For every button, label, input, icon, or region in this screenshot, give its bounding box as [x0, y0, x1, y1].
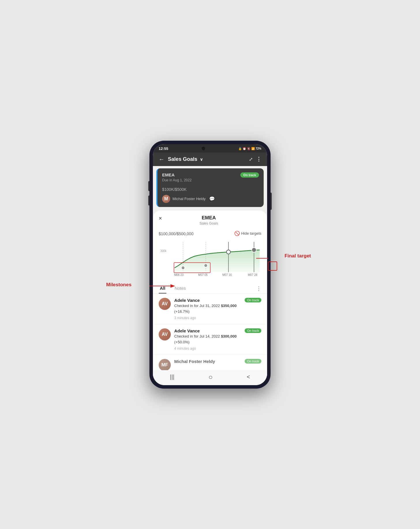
chart-container: 300k [158, 239, 262, 279]
mute-icon: 🔇 [247, 147, 250, 150]
status-bar: 12:55 🔒 ⏰ 🔇 📶 72% [153, 144, 267, 153]
activity-percent: (+16.7%) [174, 309, 261, 314]
activity-content: Michal Foster Heldy On track [174, 359, 261, 364]
svg-text:M07 28: M07 28 [248, 273, 257, 276]
wifi-icon: 📶 [251, 147, 255, 150]
nav-title: Sales Goals ∨ [168, 156, 245, 162]
current-amount: $100,000/$500,000 [159, 230, 194, 237]
phone-frame: 12:55 🔒 ⏰ 🔇 📶 72% ← Sales Goals ∨ ⤢ [149, 141, 271, 389]
amount-row: $100,000/$500,000 🚫 Hide targets [153, 228, 267, 239]
chart-svg: 300k [158, 239, 262, 279]
activity-header: Michal Foster Heldy On track [174, 359, 261, 364]
sheet-subtitle: Sales Goals [162, 221, 256, 225]
home-button[interactable]: ○ [209, 373, 213, 381]
chevron-down-icon[interactable]: ∨ [200, 157, 203, 162]
activity-description: Checked in for Jul 31, 2022 $350,000 [174, 303, 261, 308]
camera-notch [202, 147, 205, 150]
owner-avatar: M [162, 195, 170, 203]
tabs-row: All Notes ⋮ [153, 282, 267, 294]
hide-targets-button[interactable]: 🚫 Hide targets [234, 231, 261, 236]
chat-icon[interactable]: 💬 [209, 196, 215, 202]
activity-header: Adele Vance On track [174, 298, 261, 303]
status-badge: On track [245, 328, 261, 333]
expand-icon[interactable]: ⤢ [249, 157, 253, 162]
activity-item: MF Michal Foster Heldy On track [153, 355, 267, 370]
svg-text:M07 16: M07 16 [222, 273, 232, 276]
activity-percent: (+50.0%) [174, 340, 261, 345]
recent-apps-button[interactable]: ||| [170, 374, 175, 380]
power-button [271, 193, 272, 210]
activity-content: Adele Vance On track Checked in for Jul … [174, 298, 261, 320]
status-icons: 🔒 ⏰ 🔇 📶 72% [238, 147, 261, 150]
svg-text:300k: 300k [160, 249, 166, 252]
status-badge: On track [245, 359, 261, 364]
goal-name: EMEA [162, 172, 175, 177]
activity-name: Adele Vance [174, 298, 200, 303]
volume-up-button [148, 181, 149, 191]
goal-card: EMEA On track Due in Aug 1, 2022 $100K/$… [156, 168, 264, 207]
svg-text:M07 05: M07 05 [198, 273, 208, 276]
goal-amount: $100K/$500K [162, 185, 259, 193]
activity-feed: AV Adele Vance On track Checked in for J… [153, 294, 267, 370]
svg-point-8 [252, 248, 256, 252]
top-nav: ← Sales Goals ∨ ⤢ ⋮ [153, 153, 267, 166]
tabs-more-icon[interactable]: ⋮ [256, 285, 261, 292]
chart-area: 300k [153, 239, 267, 282]
avatar: AV [159, 328, 171, 340]
activity-item: AV Adele Vance On track Checked in for J… [153, 324, 267, 355]
activity-time: 3 minutes ago [174, 316, 261, 320]
sheet-title: EMEA [162, 215, 256, 221]
sheet-header: × EMEA Sales Goals [153, 210, 267, 228]
svg-point-6 [204, 264, 207, 267]
tab-all[interactable]: All [159, 284, 166, 293]
activity-item: AV Adele Vance On track Checked in for J… [153, 294, 267, 324]
activity-name: Adele Vance [174, 328, 200, 333]
close-button[interactable]: × [159, 215, 162, 222]
goal-due-date: Due in Aug 1, 2022 [162, 178, 259, 182]
lock-icon: 🔒 [238, 147, 242, 150]
avatar: MF [159, 359, 171, 370]
final-target-label: Final target [284, 253, 311, 259]
status-time: 12:55 [159, 146, 168, 151]
more-menu-icon[interactable]: ⋮ [256, 156, 261, 162]
detail-sheet: × EMEA Sales Goals $100,000/$500,000 🚫 H… [153, 210, 267, 385]
back-button-nav[interactable]: < [247, 374, 250, 380]
eye-slash-icon: 🚫 [234, 231, 240, 236]
tab-notes[interactable]: Notes [173, 284, 187, 293]
back-button[interactable]: ← [159, 156, 164, 163]
activity-time: 4 minutes ago [174, 347, 261, 351]
milestones-label: Milestones [106, 282, 132, 288]
svg-point-5 [181, 266, 185, 270]
activity-description: Checked in for Jul 14, 2022 $300,000 [174, 334, 261, 339]
owner-name: Michal Foster Heldy [172, 197, 206, 201]
bottom-nav: ||| ○ < [153, 370, 267, 385]
volume-down-button [148, 195, 149, 206]
status-badge: On track [245, 298, 261, 302]
svg-text:M06 23: M06 23 [174, 273, 183, 276]
activity-content: Adele Vance On track Checked in for Jul … [174, 328, 261, 351]
battery-text: 72% [256, 147, 261, 150]
activity-name: Michal Foster Heldy [174, 359, 215, 364]
alarm-icon: ⏰ [243, 147, 246, 150]
goal-status-badge: On track [240, 172, 259, 178]
avatar: AV [159, 298, 171, 310]
activity-header: Adele Vance On track [174, 328, 261, 333]
svg-point-7 [226, 250, 230, 254]
sheet-title-block: EMEA Sales Goals [162, 215, 256, 225]
